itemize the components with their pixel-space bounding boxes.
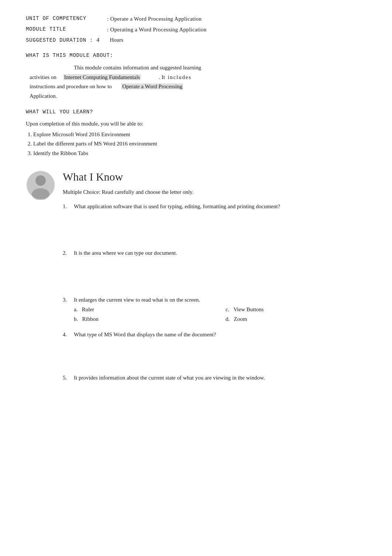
answer-blank-4 [74, 340, 366, 366]
question-text: What type of MS Word that displays the n… [74, 330, 216, 339]
document-header: UNIT OF COMPETENCY : Operate a Word Proc… [26, 15, 366, 44]
choice-text: Ribbon [82, 316, 99, 322]
question-text: What application software that is used f… [74, 202, 280, 211]
about-heading: WHAT IS THIS MODULE ABOUT: [26, 52, 366, 59]
unit-competency-row: UNIT OF COMPETENCY : Operate a Word Proc… [26, 15, 366, 23]
choice-a: a. Ruler [74, 305, 214, 314]
module-value: : Operating a Word Processing Applicatio… [107, 25, 207, 34]
choice-text: Ruler [82, 306, 94, 312]
choice-letter: d. [226, 316, 230, 322]
choice-d: d. Zoom [226, 315, 366, 323]
question-text: It is the area where we can type our doc… [74, 249, 177, 257]
list-item: Explore Microsoft Word 2016 Environment [33, 130, 366, 139]
choice-letter: a. [74, 306, 78, 312]
list-item: Label the different parts of MS Word 201… [33, 140, 366, 148]
answer-choices-3: a. Ruler c. View Buttons b. Ribbon d. Zo… [63, 305, 366, 323]
q-number: 3. [63, 296, 71, 304]
instruction-text: Multiple Choice: Read carefully and choo… [63, 188, 366, 196]
question-item: 4. What type of MS Word that displays th… [63, 330, 366, 366]
objectives-list: Explore Microsoft Word 2016 Environment … [26, 130, 366, 158]
q-number: 5. [63, 374, 71, 382]
answer-blank-2 [74, 259, 366, 288]
question-text: It provides information about the curren… [74, 374, 265, 382]
duration-unit: Hours [110, 36, 124, 44]
what-i-know-content: What I Know Multiple Choice: Read carefu… [63, 168, 366, 389]
about-text-3: . It [159, 74, 165, 80]
unit-label: UNIT OF COMPETENCY [26, 15, 107, 23]
about-highlight-2: Operate a Word Processing [121, 83, 183, 89]
svg-point-2 [32, 188, 49, 200]
answer-blank-1 [74, 212, 366, 241]
module-label: MODULE TITLE [26, 25, 107, 34]
question-item: 5. It provides information about the cur… [63, 374, 366, 382]
question-3: 3. It enlarges the current view to read … [63, 296, 366, 304]
unit-value: : Operate a Word Processing Application [107, 15, 202, 23]
duration-row: SUGGESTED DURATION : 4 Hours [26, 36, 366, 44]
questions-container: 1. What application software that is use… [63, 202, 366, 382]
svg-point-1 [35, 175, 46, 186]
choice-letter: c. [226, 306, 229, 312]
question-5: 5. It provides information about the cur… [63, 374, 366, 382]
about-text-2: activities on [30, 74, 56, 80]
learn-heading: WHAT WILL YOU LEARN? [26, 108, 366, 116]
about-text-4: instructions and procedure on how to [30, 83, 112, 89]
what-i-know-section: What I Know Multiple Choice: Read carefu… [26, 168, 366, 389]
about-text-5: Application. [30, 93, 57, 99]
q-number: 1. [63, 202, 71, 211]
learn-intro: Upon completion of this module, you will… [26, 120, 366, 128]
section-icon [26, 168, 55, 202]
about-text-1: This module contains information and sug… [74, 65, 201, 71]
question-1: 1. What application software that is use… [63, 202, 366, 211]
question-2: 2. It is the area where we can type our … [63, 249, 366, 257]
choice-c: c. View Buttons [226, 305, 366, 314]
learn-section: WHAT WILL YOU LEARN? Upon completion of … [26, 108, 366, 157]
question-item: 2. It is the area where we can type our … [63, 249, 366, 288]
choice-text: View Buttons [233, 306, 264, 312]
list-item: Identify the Ribbon Tabs [33, 149, 366, 158]
q-number: 4. [63, 330, 71, 339]
question-item: 1. What application software that is use… [63, 202, 366, 242]
duration-label: SUGGESTED DURATION : 4 [26, 37, 107, 44]
what-i-know-title: What I Know [63, 168, 366, 185]
question-text: It enlarges the current view to read wha… [74, 296, 200, 304]
about-includes: includes [168, 74, 191, 80]
choice-b: b. Ribbon [74, 315, 214, 323]
about-paragraph: This module contains information and sug… [26, 63, 366, 101]
about-highlight-1: Internet Computing Fundamentals [63, 74, 141, 80]
module-title-row: MODULE TITLE : Operating a Word Processi… [26, 25, 366, 34]
choice-letter: b. [74, 316, 78, 322]
question-item: 3. It enlarges the current view to read … [63, 296, 366, 323]
choice-text: Zoom [234, 316, 247, 322]
about-section: WHAT IS THIS MODULE ABOUT: This module c… [26, 52, 366, 101]
q-number: 2. [63, 249, 71, 257]
question-4: 4. What type of MS Word that displays th… [63, 330, 366, 339]
